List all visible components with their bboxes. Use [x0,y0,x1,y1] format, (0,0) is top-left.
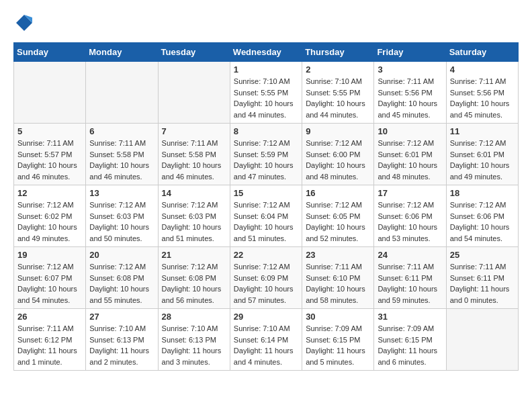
calendar-cell: 6 Sunrise: 7:11 AMSunset: 5:58 PMDayligh… [86,124,158,185]
col-header-monday: Monday [86,43,158,62]
cell-content: Sunrise: 7:10 AMSunset: 6:13 PMDaylight:… [162,324,222,366]
calendar-week-row: 1 Sunrise: 7:10 AMSunset: 5:55 PMDayligh… [14,62,519,124]
calendar-cell: 9 Sunrise: 7:12 AMSunset: 6:00 PMDayligh… [302,124,374,185]
logo [13,13,34,36]
cell-content: Sunrise: 7:12 AMSunset: 6:01 PMDaylight:… [450,139,510,181]
cell-content: Sunrise: 7:12 AMSunset: 6:03 PMDaylight:… [162,201,222,242]
day-number: 21 [162,250,226,260]
logo-text [13,13,34,36]
cell-content: Sunrise: 7:12 AMSunset: 6:04 PMDaylight:… [234,201,294,242]
day-number: 1 [234,64,298,75]
calendar-cell: 31 Sunrise: 7:09 AMSunset: 6:15 PMDaylig… [374,309,446,371]
cell-content: Sunrise: 7:12 AMSunset: 6:00 PMDaylight:… [306,139,365,181]
day-number: 17 [378,188,442,198]
calendar-cell: 10 Sunrise: 7:12 AMSunset: 6:01 PMDaylig… [374,124,446,185]
calendar-cell: 8 Sunrise: 7:12 AMSunset: 5:59 PMDayligh… [230,124,302,185]
calendar-week-row: 19 Sunrise: 7:12 AMSunset: 6:07 PMDaylig… [14,247,519,309]
cell-content: Sunrise: 7:11 AMSunset: 6:11 PMDaylight:… [378,263,437,304]
cell-content: Sunrise: 7:10 AMSunset: 5:55 PMDaylight:… [306,77,365,119]
calendar-cell: 29 Sunrise: 7:10 AMSunset: 6:14 PMDaylig… [230,309,302,371]
calendar-week-row: 5 Sunrise: 7:11 AMSunset: 5:57 PMDayligh… [14,124,519,185]
day-number: 6 [89,126,154,136]
day-number: 15 [234,188,298,198]
cell-content: Sunrise: 7:11 AMSunset: 6:11 PMDaylight:… [450,263,510,304]
day-number: 12 [17,188,82,198]
cell-content: Sunrise: 7:12 AMSunset: 6:06 PMDaylight:… [450,201,510,242]
cell-content: Sunrise: 7:12 AMSunset: 6:03 PMDaylight:… [89,201,149,242]
cell-content: Sunrise: 7:11 AMSunset: 5:58 PMDaylight:… [89,139,149,181]
cell-content: Sunrise: 7:10 AMSunset: 6:14 PMDaylight:… [234,324,294,366]
calendar-week-row: 12 Sunrise: 7:12 AMSunset: 6:02 PMDaylig… [14,185,519,247]
day-number: 5 [17,126,82,136]
day-number: 24 [378,250,442,260]
cell-content: Sunrise: 7:11 AMSunset: 6:10 PMDaylight:… [306,263,365,304]
col-header-tuesday: Tuesday [158,43,230,62]
col-header-friday: Friday [374,43,446,62]
day-number: 23 [306,250,370,260]
day-number: 9 [306,126,370,136]
day-number: 2 [306,64,370,75]
calendar-cell: 11 Sunrise: 7:12 AMSunset: 6:01 PMDaylig… [446,124,518,185]
calendar-cell: 13 Sunrise: 7:12 AMSunset: 6:03 PMDaylig… [86,185,158,247]
col-header-thursday: Thursday [302,43,374,62]
calendar-cell: 1 Sunrise: 7:10 AMSunset: 5:55 PMDayligh… [230,62,302,124]
cell-content: Sunrise: 7:10 AMSunset: 6:13 PMDaylight:… [89,324,149,366]
cell-content: Sunrise: 7:12 AMSunset: 6:08 PMDaylight:… [89,263,149,304]
calendar-cell: 4 Sunrise: 7:11 AMSunset: 5:56 PMDayligh… [446,62,518,124]
day-number: 27 [89,312,154,322]
calendar-cell: 12 Sunrise: 7:12 AMSunset: 6:02 PMDaylig… [14,185,86,247]
cell-content: Sunrise: 7:12 AMSunset: 5:59 PMDaylight:… [234,139,294,181]
calendar-cell: 2 Sunrise: 7:10 AMSunset: 5:55 PMDayligh… [302,62,374,124]
calendar-cell: 7 Sunrise: 7:11 AMSunset: 5:58 PMDayligh… [158,124,230,185]
cell-content: Sunrise: 7:12 AMSunset: 6:05 PMDaylight:… [306,201,365,242]
cell-content: Sunrise: 7:11 AMSunset: 5:57 PMDaylight:… [17,139,77,181]
day-number: 22 [234,250,298,260]
calendar-cell: 17 Sunrise: 7:12 AMSunset: 6:06 PMDaylig… [374,185,446,247]
calendar-cell: 24 Sunrise: 7:11 AMSunset: 6:11 PMDaylig… [374,247,446,309]
day-number: 4 [450,64,515,75]
calendar-body: 1 Sunrise: 7:10 AMSunset: 5:55 PMDayligh… [14,62,519,371]
cell-content: Sunrise: 7:12 AMSunset: 6:02 PMDaylight:… [17,201,77,242]
day-number: 19 [17,250,82,260]
cell-content: Sunrise: 7:12 AMSunset: 6:08 PMDaylight:… [162,263,222,304]
calendar-cell: 28 Sunrise: 7:10 AMSunset: 6:13 PMDaylig… [158,309,230,371]
col-header-saturday: Saturday [446,43,518,62]
logo-icon [15,13,34,32]
calendar-cell: 14 Sunrise: 7:12 AMSunset: 6:03 PMDaylig… [158,185,230,247]
col-header-sunday: Sunday [14,43,86,62]
page-header [13,13,519,36]
cell-content: Sunrise: 7:10 AMSunset: 5:55 PMDaylight:… [234,77,294,119]
day-number: 13 [89,188,154,198]
cell-content: Sunrise: 7:09 AMSunset: 6:15 PMDaylight:… [306,324,365,366]
cell-content: Sunrise: 7:09 AMSunset: 6:15 PMDaylight:… [378,324,437,366]
day-number: 7 [162,126,226,136]
calendar-cell: 25 Sunrise: 7:11 AMSunset: 6:11 PMDaylig… [446,247,518,309]
calendar-cell: 21 Sunrise: 7:12 AMSunset: 6:08 PMDaylig… [158,247,230,309]
cell-content: Sunrise: 7:12 AMSunset: 6:09 PMDaylight:… [234,263,294,304]
calendar-table: SundayMondayTuesdayWednesdayThursdayFrid… [13,42,519,371]
calendar-cell: 30 Sunrise: 7:09 AMSunset: 6:15 PMDaylig… [302,309,374,371]
cell-content: Sunrise: 7:11 AMSunset: 5:56 PMDaylight:… [450,77,510,119]
day-number: 16 [306,188,370,198]
calendar-week-row: 26 Sunrise: 7:11 AMSunset: 6:12 PMDaylig… [14,309,519,371]
calendar-cell: 23 Sunrise: 7:11 AMSunset: 6:10 PMDaylig… [302,247,374,309]
day-number: 10 [378,126,442,136]
cell-content: Sunrise: 7:12 AMSunset: 6:01 PMDaylight:… [378,139,437,181]
day-number: 8 [234,126,298,136]
day-number: 14 [162,188,226,198]
col-header-wednesday: Wednesday [230,43,302,62]
calendar-cell: 5 Sunrise: 7:11 AMSunset: 5:57 PMDayligh… [14,124,86,185]
day-number: 3 [378,64,442,75]
day-number: 18 [450,188,515,198]
cell-content: Sunrise: 7:11 AMSunset: 5:58 PMDaylight:… [162,139,222,181]
calendar-cell [446,309,518,371]
calendar-cell [86,62,158,124]
calendar-cell: 16 Sunrise: 7:12 AMSunset: 6:05 PMDaylig… [302,185,374,247]
day-number: 28 [162,312,226,322]
day-number: 20 [89,250,154,260]
day-number: 29 [234,312,298,322]
cell-content: Sunrise: 7:12 AMSunset: 6:07 PMDaylight:… [17,263,77,304]
calendar-cell: 18 Sunrise: 7:12 AMSunset: 6:06 PMDaylig… [446,185,518,247]
calendar-cell [14,62,86,124]
calendar-cell: 20 Sunrise: 7:12 AMSunset: 6:08 PMDaylig… [86,247,158,309]
